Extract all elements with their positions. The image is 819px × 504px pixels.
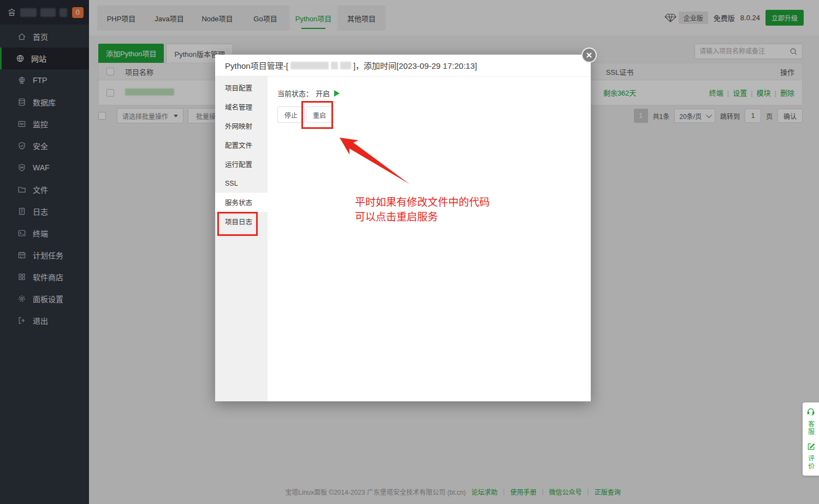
menu-label: SSL [225, 180, 238, 187]
menu-label: 域名管理 [225, 102, 252, 112]
project-id-blur [290, 62, 329, 69]
menu-label: 外网映射 [225, 121, 252, 131]
close-icon[interactable] [581, 48, 597, 63]
modal-menu-mapping[interactable]: 外网映射 [215, 116, 268, 135]
modal-menu-domain[interactable]: 域名管理 [215, 97, 268, 116]
modal-menu: 项目配置 域名管理 外网映射 配置文件 运行配置 SSL 服务状态 项目日志 [215, 76, 268, 401]
customer-service-label[interactable]: 客服 [806, 420, 816, 436]
status-label: 当前状态： [277, 88, 313, 98]
annotation-text: 平时如果有修改文件中的代码 可以点击重启服务 [355, 195, 490, 224]
modal-menu-config-file[interactable]: 配置文件 [215, 135, 268, 155]
menu-label: 项目日志 [225, 216, 252, 227]
modal-menu-run-config[interactable]: 运行配置 [215, 155, 268, 174]
project-id-blur [331, 62, 338, 69]
annotation-arrow [268, 76, 591, 401]
annotation-line1: 平时如果有修改文件中的代码 [355, 195, 490, 210]
menu-label: 配置文件 [225, 140, 252, 150]
review-edit-icon[interactable] [807, 442, 815, 450]
status-line: 当前状态： 开启 [277, 88, 340, 98]
modal-title: Python项目管理-[ ]，添加时间[2023-09-29 17:20:13] [215, 55, 591, 76]
stop-button[interactable]: 停止 [277, 106, 305, 123]
menu-label: 服务状态 [225, 197, 252, 207]
python-project-modal: Python项目管理-[ ]，添加时间[2023-09-29 17:20:13]… [215, 55, 591, 401]
modal-title-suffix: ]，添加时间[2023-09-29 17:20:13] [353, 60, 477, 71]
menu-label: 项目配置 [225, 82, 252, 93]
floating-widget: 客服 评价 [803, 402, 819, 476]
menu-label: 运行配置 [225, 159, 252, 169]
annotation-line2: 可以点击重启服务 [355, 210, 490, 224]
restart-button[interactable]: 重启 [306, 106, 333, 123]
screen: 0 首页 网站 FTP 数据库 监控 [0, 0, 819, 504]
modal-menu-project-log[interactable]: 项目日志 [215, 212, 268, 231]
review-label[interactable]: 评价 [806, 455, 816, 470]
modal-menu-ssl[interactable]: SSL [215, 174, 268, 193]
project-id-blur [340, 62, 351, 69]
modal-content: 当前状态： 开启 停止 重启 平时如果有修改文件中的代码 可以点击重启服务 [268, 76, 591, 401]
modal-body: 项目配置 域名管理 外网映射 配置文件 运行配置 SSL 服务状态 项目日志 当… [215, 76, 591, 401]
modal-menu-service-status[interactable]: 服务状态 [215, 193, 268, 212]
status-value: 开启 [316, 88, 330, 98]
customer-service-icon[interactable] [806, 407, 815, 416]
modal-title-prefix: Python项目管理-[ [225, 60, 288, 71]
running-play-icon [334, 90, 340, 97]
modal-menu-project-config[interactable]: 项目配置 [215, 78, 268, 97]
